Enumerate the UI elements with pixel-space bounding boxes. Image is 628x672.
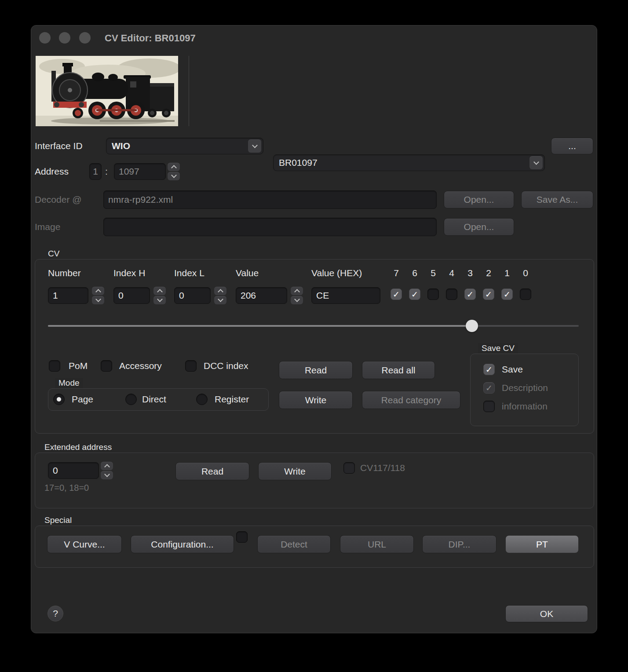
mode-direct-radio[interactable] (125, 394, 137, 405)
cv-editor-window: CV Editor: BR01097 (31, 25, 597, 633)
decoder-open-button: Open... (444, 191, 514, 208)
stepper-down-icon[interactable] (101, 471, 113, 479)
bit-0-checkbox[interactable] (520, 289, 531, 300)
mode-register-label: Register (215, 394, 249, 405)
cv-number-field[interactable]: 1 (48, 287, 88, 304)
index-l-stepper[interactable] (214, 287, 226, 304)
ok-button[interactable]: OK (505, 605, 588, 622)
bit-5-checkbox[interactable] (427, 289, 439, 300)
image-path-field (103, 218, 437, 236)
chevron-down-icon[interactable] (529, 156, 543, 169)
stepper-up-icon[interactable] (101, 462, 113, 470)
bit-7-checkbox[interactable]: ✓ (391, 289, 402, 300)
check-icon: ✓ (485, 290, 492, 299)
configuration-checkbox[interactable] (236, 531, 248, 543)
bit-2-label: 2 (483, 267, 494, 280)
description-checkbox: ✓ (483, 382, 495, 394)
mode-page-radio[interactable] (53, 394, 65, 405)
pom-checkbox[interactable] (49, 360, 60, 372)
screen: CV Editor: BR01097 (0, 0, 628, 672)
read-category-button: Read category (362, 391, 460, 409)
bit-6-label: 6 (409, 267, 420, 280)
stepper-down-icon[interactable] (153, 296, 166, 304)
configuration-button[interactable]: Configuration... (131, 535, 234, 553)
stepper-down-icon[interactable] (168, 172, 180, 180)
information-checkbox (483, 401, 495, 412)
image-open-button: Open... (444, 218, 514, 236)
interface-select-value: WIO (112, 141, 130, 151)
cv-slider-knob[interactable] (466, 320, 478, 332)
stepper-up-icon[interactable] (291, 287, 303, 295)
index-h-stepper[interactable] (153, 287, 166, 304)
write-button[interactable]: Write (279, 391, 353, 409)
stepper-up-icon[interactable] (168, 163, 180, 171)
bit-5-label: 5 (427, 267, 439, 280)
header-divider (189, 56, 189, 126)
loco-name-select[interactable]: BR01097 (273, 154, 545, 171)
cv117-118-label: CV117/118 (360, 462, 405, 474)
stepper-down-icon[interactable] (291, 296, 303, 304)
mode-register-radio[interactable] (196, 394, 208, 405)
pt-button[interactable]: PT (505, 535, 579, 553)
bus-field: 1 (89, 163, 102, 180)
interface-select[interactable]: WIO (106, 138, 263, 154)
interface-id-label: Interface ID (35, 138, 83, 154)
cv-number-stepper[interactable] (92, 287, 104, 304)
check-icon: ✓ (504, 290, 511, 299)
save-cv-group-label: Save CV (478, 343, 518, 354)
bit-1-label: 1 (501, 267, 513, 280)
description-label: Description (502, 382, 548, 394)
information-label: information (502, 401, 548, 412)
mode-direct-label: Direct (142, 394, 166, 405)
read-button[interactable]: Read (279, 361, 353, 379)
bit-2-checkbox[interactable]: ✓ (483, 289, 494, 300)
locomotive-image (36, 56, 178, 126)
url-button: URL (340, 535, 414, 553)
loco-name-select-value: BR01097 (279, 157, 318, 168)
bit-3-checkbox[interactable]: ✓ (464, 289, 476, 300)
mode-page-label: Page (72, 394, 93, 405)
cv-value-field[interactable]: 206 (236, 287, 287, 304)
accessory-label: Accessory (119, 360, 162, 372)
save-checkbox[interactable]: ✓ (483, 364, 495, 375)
bit-1-checkbox[interactable]: ✓ (501, 289, 513, 300)
read-all-button[interactable]: Read all (362, 361, 435, 379)
extended-address-hint: 17=0, 18=0 (44, 483, 89, 493)
cv117-118-checkbox (343, 462, 355, 474)
cv-slider-fill (48, 325, 472, 327)
chevron-down-icon[interactable] (248, 139, 261, 153)
dip-button: DIP... (422, 535, 497, 553)
address-stepper[interactable] (168, 163, 180, 180)
detect-button: Detect (257, 535, 331, 553)
cv-value-hex-field[interactable]: CE (311, 287, 380, 304)
help-button[interactable]: ? (47, 606, 63, 621)
extended-read-button[interactable]: Read (175, 462, 249, 480)
minimize-button[interactable] (59, 32, 70, 44)
decoder-file-field: nmra-rp922.xml (103, 190, 437, 209)
extended-write-button[interactable]: Write (258, 462, 332, 480)
zoom-button[interactable] (79, 32, 91, 44)
extended-address-group-label: Extended address (41, 442, 115, 453)
stepper-down-icon[interactable] (92, 296, 104, 304)
stepper-up-icon[interactable] (92, 287, 104, 295)
bit-6-checkbox[interactable]: ✓ (409, 289, 420, 300)
index-l-field[interactable]: 0 (174, 287, 211, 304)
stepper-up-icon[interactable] (214, 287, 226, 295)
extended-address-field[interactable]: 0 (48, 462, 99, 479)
v-curve-button[interactable]: V Curve... (47, 535, 122, 553)
cv-value-stepper[interactable] (291, 287, 303, 304)
pom-label: PoM (69, 360, 88, 372)
dcc-index-checkbox[interactable] (185, 360, 197, 372)
extended-address-stepper[interactable] (101, 462, 113, 479)
accessory-checkbox[interactable] (101, 360, 112, 372)
index-h-column-header: Index H (113, 267, 145, 280)
check-icon: ✓ (393, 290, 400, 299)
close-button[interactable] (39, 32, 51, 44)
stepper-down-icon[interactable] (214, 296, 226, 304)
stepper-up-icon[interactable] (153, 287, 166, 295)
value-column-header: Value (236, 267, 259, 280)
bit-4-checkbox[interactable] (446, 289, 457, 300)
index-h-field[interactable]: 0 (113, 287, 150, 304)
check-icon: ✓ (467, 290, 474, 299)
more-button[interactable]: ... (551, 138, 593, 154)
